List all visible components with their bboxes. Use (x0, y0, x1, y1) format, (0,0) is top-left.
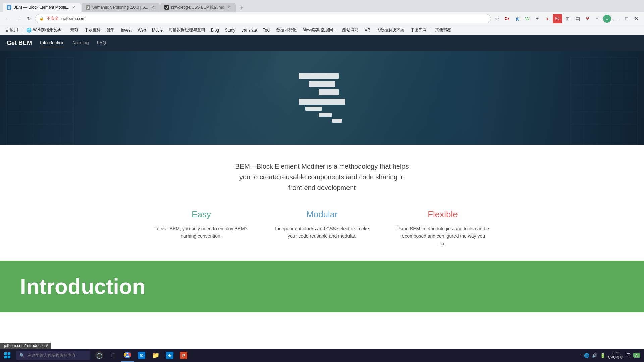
bem-bar-7 (332, 119, 342, 123)
ext-3[interactable]: W (523, 14, 532, 23)
bem-logo (299, 73, 345, 123)
tab-2[interactable]: S Semantic Versioning 2.0.0 | S... ✕ (82, 3, 160, 12)
globe-icon: 🌐 (26, 28, 32, 33)
tab-3[interactable]: G knwoledge/CSS BEM规范.md ✕ (160, 3, 236, 12)
back-button[interactable]: ← (3, 14, 12, 23)
taskbar-search-bar[interactable]: 🔍 (16, 351, 90, 360)
bookmark-cnki[interactable]: 中国知网 (408, 26, 429, 34)
bem-bar-6 (319, 113, 332, 117)
bookmark-translate[interactable]: translate (239, 27, 260, 33)
bookmark-invest[interactable]: Invest (118, 27, 134, 33)
ext-8[interactable]: ▤ (573, 14, 582, 23)
feature-easy: Easy To use BEM, you only need to employ… (154, 209, 248, 247)
bookmark-separator-2 (431, 27, 431, 33)
taskbar-chrome[interactable] (121, 349, 134, 362)
vscode-icon: ◈ (166, 352, 173, 359)
reload-button[interactable]: ↻ (24, 14, 34, 23)
bookmark-apps[interactable]: ⊞ 应用 (3, 26, 21, 34)
bookmark-others[interactable]: 其他书签 (432, 26, 454, 34)
bottom-status-bar: getbem.com/introduction/ (0, 343, 51, 349)
svg-rect-23 (8, 356, 10, 358)
battery-icon: 🔋 (600, 353, 605, 358)
taskbar-email[interactable]: ✉ (135, 349, 148, 362)
ext-7[interactable]: ⊞ (563, 14, 572, 23)
bookmark-guiguo[interactable]: 鲑果 (104, 26, 117, 34)
nav-faq[interactable]: FAQ (97, 39, 106, 47)
bookmark-bigdata-query[interactable]: 海量数据处理与查询 (166, 26, 208, 34)
minimize-button[interactable]: — (612, 14, 621, 23)
bem-bar-2 (309, 81, 335, 87)
ext-1[interactable]: Cz (502, 14, 512, 23)
temperature-label: CPU温度 (608, 355, 623, 360)
taskbar-apps: ◯ ❑ ✉ 📁 ◈ P (93, 349, 191, 362)
tab-2-favicon: S (86, 5, 90, 10)
cortana-icon: ◯ (95, 351, 103, 359)
intro-title: Introduction (20, 274, 624, 299)
taskbar-taskview[interactable]: ❑ (107, 349, 120, 362)
nav-naming[interactable]: Naming (72, 39, 89, 47)
bookmark-web[interactable]: Web (135, 27, 148, 33)
bookmark-blog[interactable]: Blog (208, 27, 222, 33)
browser-window: B BEM — Block Element Modifi... ✕ S Sema… (0, 0, 644, 353)
maximize-button[interactable]: □ (622, 14, 631, 23)
bookmark-dataviz[interactable]: 数据可视化 (274, 26, 299, 34)
address-bar[interactable]: 🔒 不安全 getbem.com (35, 14, 491, 23)
bookmark-web-dev[interactable]: 🌐 Web前端开发学... (24, 26, 67, 34)
bookmark-guifan[interactable]: 规范 (68, 26, 81, 34)
bookmark-vr[interactable]: VR (362, 27, 373, 33)
windows-start-button[interactable] (0, 349, 15, 362)
ext-6[interactable]: Rd (553, 14, 562, 23)
bookmark-star-button[interactable]: ☆ (492, 14, 502, 23)
ext-10[interactable]: ⋯ (593, 14, 602, 23)
nav-introduction[interactable]: Introduction (40, 39, 64, 47)
taskbar-vscode[interactable]: ◈ (163, 349, 176, 362)
hero-section (0, 51, 644, 145)
tray-expand-icon[interactable]: ^ (580, 353, 581, 357)
bem-bar-3 (319, 89, 339, 95)
taskbar-search-input[interactable] (28, 353, 81, 358)
temperature-display: 23°C (611, 351, 620, 355)
new-tab-button[interactable]: + (236, 3, 246, 12)
bookmark-tool[interactable]: Tool (260, 27, 273, 33)
bookmark-bigdata-solutions[interactable]: 大数据解决方案 (374, 26, 407, 34)
tab-3-title: knwoledge/CSS BEM规范.md (171, 5, 224, 10)
taskbar-files[interactable]: 📁 (149, 349, 162, 362)
taskview-icon: ❑ (109, 351, 117, 359)
tab-2-title: Semantic Versioning 2.0.0 | S... (92, 5, 148, 10)
taskbar-cortana[interactable]: ◯ (93, 349, 106, 362)
tab-1-title: BEM — Block Element Modifi... (13, 5, 69, 10)
browser-toolbar: ← → ↻ 🔒 不安全 getbem.com ☆ Cz ◉ W ✦ ♦ Rd ⊞… (0, 12, 644, 25)
ext-4[interactable]: ✦ (533, 14, 542, 23)
taskbar-ppt[interactable]: P (177, 349, 191, 362)
tab-3-favicon: G (164, 5, 169, 10)
bem-bar-5 (305, 107, 322, 111)
tab-2-close[interactable]: ✕ (150, 5, 156, 10)
feature-easy-title: Easy (154, 209, 248, 220)
bookmark-kuzhan[interactable]: 酷站网站 (340, 26, 361, 34)
tab-bar: B BEM — Block Element Modifi... ✕ S Sema… (0, 0, 644, 12)
tab-3-close[interactable]: ✕ (226, 5, 232, 10)
notification-button[interactable]: 🗨 (626, 353, 631, 358)
feature-flexible-desc: Using BEM, methodologies and tools can b… (396, 225, 490, 247)
forward-button[interactable]: → (13, 14, 23, 23)
feature-flexible-title: Flexible (396, 209, 490, 220)
tab-1-favicon: B (7, 5, 11, 10)
svg-point-26 (126, 354, 129, 356)
bookmark-movie[interactable]: Movie (149, 27, 165, 33)
ext-9[interactable]: ❤ (583, 14, 592, 23)
security-label: 不安全 (47, 16, 59, 21)
ai-label: Ai (633, 353, 640, 358)
ext-5[interactable]: ♦ (543, 14, 552, 23)
user-profile-button[interactable]: U (603, 15, 611, 23)
tab-1[interactable]: B BEM — Block Element Modifi... ✕ (3, 3, 81, 12)
feature-modular-desc: Independent blocks and CSS selectors mak… (275, 225, 369, 240)
tab-1-close[interactable]: ✕ (71, 5, 77, 10)
windows-taskbar: 🔍 ◯ ❑ ✉ 📁 (0, 349, 644, 362)
ext-2[interactable]: ◉ (513, 14, 522, 23)
volume-icon[interactable]: 🔊 (592, 353, 597, 358)
ppt-icon: P (180, 352, 187, 359)
close-button[interactable]: ✕ (632, 14, 641, 23)
bookmark-zhongou[interactable]: 中欧重科 (82, 26, 103, 34)
bookmark-mysql[interactable]: Mysql实时数据同... (300, 26, 339, 34)
bookmark-study[interactable]: Study (222, 27, 238, 33)
